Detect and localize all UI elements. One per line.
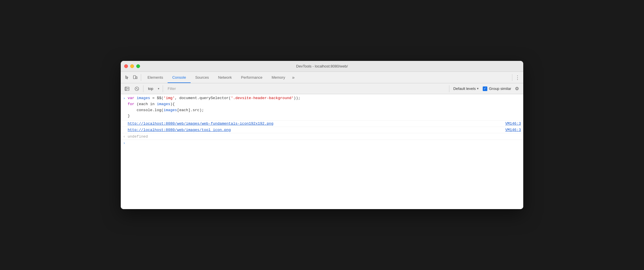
- console-input[interactable]: [128, 141, 521, 145]
- tab-sources[interactable]: Sources: [191, 72, 214, 83]
- code-line-2: for (each in images){: [128, 101, 521, 107]
- sidebar-toggle-icon: [125, 86, 129, 91]
- group-similar-checkbox[interactable]: ✓: [483, 86, 487, 91]
- console-toolbar-divider-2: [163, 85, 163, 92]
- settings-button[interactable]: ⚙: [513, 85, 521, 93]
- clear-console-button[interactable]: [133, 85, 141, 93]
- console-toolbar-divider-1: [143, 85, 143, 92]
- console-link-1[interactable]: http://localhost:8080/web/images/web-fun…: [128, 122, 505, 126]
- window-title: DevTools - localhost:8080/web/: [296, 64, 348, 68]
- device-icon: [133, 75, 137, 80]
- console-input-row: ›: [121, 140, 523, 146]
- traffic-lights: [124, 64, 140, 68]
- svg-rect-0: [133, 76, 136, 79]
- clear-icon: [135, 86, 139, 91]
- context-select-wrapper[interactable]: top ▾: [146, 85, 160, 92]
- more-tabs-button[interactable]: »: [290, 72, 297, 83]
- console-link-2[interactable]: http://localhost:8080/web/images/tool_ic…: [128, 128, 505, 132]
- console-link-source-1[interactable]: VM146:3: [505, 122, 521, 126]
- console-toolbar: top ▾ Default levels ▾ ✓ Group similar ⚙: [121, 83, 523, 94]
- console-undefined-row: ‹ undefined: [121, 133, 523, 140]
- cursor-icon: [125, 75, 129, 80]
- levels-arrow-icon: ▾: [477, 87, 479, 90]
- minimize-button[interactable]: [130, 64, 134, 68]
- inspect-element-button[interactable]: [123, 74, 131, 82]
- code-line-4: }: [128, 113, 521, 119]
- toolbar-divider-1: [141, 74, 141, 81]
- filter-input[interactable]: [165, 85, 447, 92]
- code-line-1: var images = $$('img', document.querySel…: [128, 95, 521, 101]
- console-link-source-2[interactable]: VM146:3: [505, 128, 521, 132]
- tab-list: Elements Console Sources Network Perform…: [143, 72, 510, 83]
- group-similar-label: Group similar: [489, 86, 511, 91]
- console-code-block: var images = $$('img', document.querySel…: [128, 95, 521, 119]
- svg-rect-3: [125, 87, 126, 90]
- default-levels-label: Default levels: [453, 86, 476, 91]
- svg-rect-1: [136, 77, 137, 79]
- tab-elements[interactable]: Elements: [143, 72, 168, 83]
- console-input-prompt: ›: [121, 141, 128, 145]
- devtools-menu-button[interactable]: ⋮: [514, 74, 521, 82]
- context-select[interactable]: top: [146, 85, 160, 92]
- svg-line-7: [136, 88, 138, 90]
- console-result-icon: ‹: [121, 134, 128, 139]
- console-content: › var images = $$('img', document.queryS…: [121, 94, 523, 209]
- toolbar-divider-2: [512, 74, 512, 81]
- console-link-row-1: http://localhost:8080/web/images/web-fun…: [121, 121, 523, 127]
- tab-console[interactable]: Console: [168, 72, 191, 83]
- titlebar: DevTools - localhost:8080/web/: [121, 61, 523, 72]
- code-line-3: console.log(images[each].src);: [128, 107, 521, 113]
- maximize-button[interactable]: [136, 64, 140, 68]
- tabs-toolbar: Elements Console Sources Network Perform…: [121, 72, 523, 83]
- tab-memory[interactable]: Memory: [267, 72, 290, 83]
- devtools-window: DevTools - localhost:8080/web/ Elements …: [121, 61, 523, 209]
- console-link-row-2: http://localhost:8080/web/images/tool_ic…: [121, 127, 523, 133]
- default-levels-button[interactable]: Default levels ▾: [451, 86, 481, 91]
- tab-performance[interactable]: Performance: [236, 72, 267, 83]
- console-prompt-icon: ›: [121, 95, 128, 101]
- close-button[interactable]: [124, 64, 128, 68]
- device-toggle-button[interactable]: [131, 74, 139, 82]
- console-code-entry: › var images = $$('img', document.queryS…: [121, 94, 523, 121]
- undefined-value: undefined: [128, 134, 148, 139]
- sidebar-toggle-button[interactable]: [123, 85, 131, 93]
- tab-network[interactable]: Network: [214, 72, 237, 83]
- settings-icon: ⚙: [515, 86, 519, 91]
- console-toolbar-divider-3: [449, 85, 449, 92]
